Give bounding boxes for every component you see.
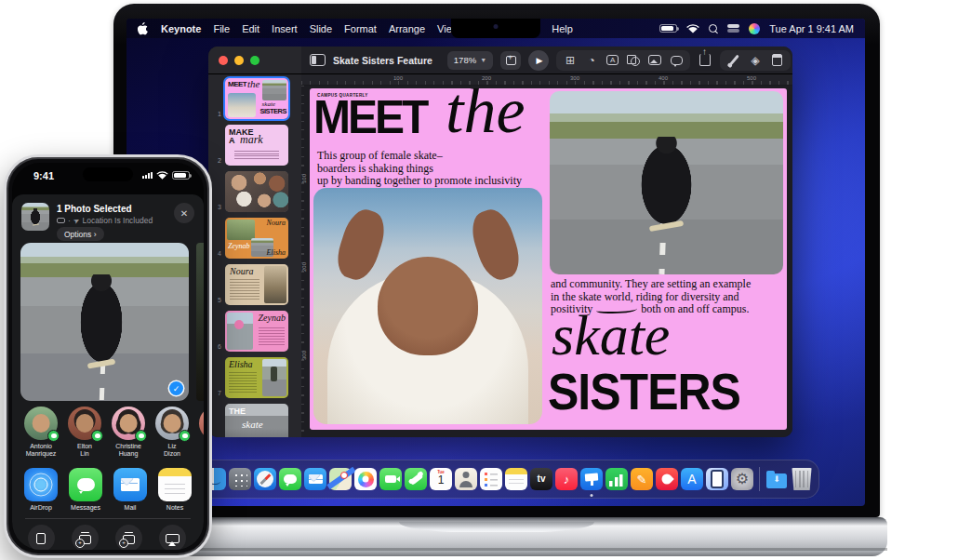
slide-photo-skater[interactable] [550,91,783,274]
maps-icon[interactable] [329,468,352,490]
messages-icon[interactable] [279,468,301,490]
document-icon[interactable] [772,54,782,66]
mail-icon[interactable] [304,468,326,490]
menu-item-slide[interactable]: Slide [310,23,332,34]
copy-button[interactable] [23,525,59,550]
rocket-icon[interactable] [656,468,678,490]
safari-icon[interactable] [254,468,276,490]
share-sheet-title: 1 Photo Selected [57,204,132,214]
control-center-icon[interactable] [727,24,739,33]
slide-thumbnail-4[interactable]: Noura Zeynab Elisha [225,218,288,259]
numbers-icon[interactable] [605,468,628,490]
face-shape [33,414,50,433]
zoom-dropdown[interactable]: 178% ▼ [447,51,493,70]
slide-headline-skate[interactable]: skate [552,302,670,368]
share-contact-elton[interactable]: EltonLin [67,407,102,464]
spotlight-icon[interactable] [709,24,718,33]
format-brush-icon[interactable] [729,55,739,66]
menu-item-format[interactable]: Format [344,23,377,34]
menu-item-file[interactable]: File [213,23,230,34]
menu-item-insert[interactable]: Insert [272,23,298,34]
settings-icon[interactable]: ⚙ [731,468,753,490]
music-icon[interactable]: ♪ [555,468,578,490]
chart-icon[interactable]: ◔ [585,54,598,67]
slide-headline-the[interactable]: the [446,88,526,148]
slide-thumbnail-7[interactable]: Elisha [225,357,288,398]
wifi-icon[interactable] [686,24,699,33]
share-contact-antonio[interactable]: AntonioManriquez [23,407,59,464]
menubar-clock[interactable]: Tue Apr 1 9:41 AM [769,23,854,34]
keynote-icon[interactable] [580,468,603,490]
share-app-mail[interactable]: Mail [113,468,148,520]
slide-thumbnail-1[interactable]: MEET the skate SISTERS [225,78,288,119]
slide-headline-sisters[interactable]: SISTERS [548,362,740,421]
slide-thumbnail-5[interactable]: Noura [225,264,288,305]
menu-item-help[interactable]: Help [552,23,573,34]
slide-thumbnail-6[interactable]: Zeynab [225,311,288,352]
notes-icon[interactable] [505,468,527,490]
text-icon[interactable]: A [606,55,619,65]
menu-item-keynote[interactable]: Keynote [161,23,201,34]
launchpad-icon[interactable] [229,468,251,490]
selected-photo-thumbnail[interactable] [21,203,49,231]
play-button[interactable]: ▶ [528,50,549,71]
slide-headline-meet[interactable]: MEET [313,96,426,138]
share-contact-liz[interactable]: LizDizon [154,407,190,464]
next-photo-edge[interactable] [196,243,204,401]
close-window-button[interactable] [219,56,228,65]
facetime-icon[interactable] [379,468,402,490]
slide-thumbnail-row: 7 Elisha [208,357,301,398]
slide-photo-portrait[interactable] [313,188,542,424]
contacts-icon[interactable] [455,468,477,490]
downloads-icon[interactable]: ⬇ [765,468,788,490]
slide-editor[interactable]: CAMPUS QUARTERLY MEET the This group of … [310,88,787,430]
animate-icon[interactable]: ◈ [749,54,762,67]
photos-icon[interactable] [354,468,377,490]
messages-badge-icon [91,430,103,442]
selected-check-badge[interactable]: ✓ [169,381,183,395]
siri-icon[interactable] [749,23,760,34]
app-store-icon[interactable]: A [681,468,703,490]
menu-item-edit[interactable]: Edit [242,23,259,34]
tv-icon[interactable]: tv [530,468,552,490]
table-icon[interactable]: ⊞ [564,54,577,67]
minimize-window-button[interactable] [234,56,244,65]
media-icon[interactable] [648,55,661,65]
calendar-icon[interactable]: Tue1 [430,468,452,490]
add-to-album-button[interactable] [67,525,102,550]
slide-thumbnail-8[interactable]: THE skate [225,404,288,437]
action-circle [72,525,99,550]
shape-icon[interactable] [627,55,640,66]
selected-photo[interactable]: ✓ [20,243,189,401]
pages-icon[interactable]: ✎ [631,468,653,490]
battery-icon[interactable] [659,24,677,33]
slide-intro-text[interactable]: This group of female skate– boarders is … [317,150,561,188]
add-slide-button[interactable] [500,51,521,70]
share-app-messages[interactable]: Messages [68,468,103,520]
iphone-mirroring-icon[interactable] [706,468,728,490]
add-to-shared-album-button[interactable] [111,525,146,550]
airplay-button[interactable] [154,525,190,550]
horizontal-ruler: 100200300400500 [301,74,792,86]
apple-menu-icon[interactable] [138,22,149,35]
options-button[interactable]: Options › [57,227,104,241]
share-app-airdrop[interactable]: AirDrop [23,468,59,520]
zoom-window-button[interactable] [250,56,259,65]
share-contact-christine[interactable]: ChristineHuang [111,407,146,464]
share-app-notes[interactable]: Notes [157,468,193,520]
share-icon[interactable] [699,54,711,66]
reminders-icon[interactable] [480,468,502,490]
menu-item-arrange[interactable]: Arrange [389,23,425,34]
trash-icon[interactable] [791,468,813,490]
keynote-window: Skate Sisters Feature 178% ▼ ▶ ⊞ ◔ A [208,47,792,437]
share-contact-partial[interactable] [198,407,204,464]
slide-thumbnail-3[interactable] [225,171,288,212]
window-controls [208,47,301,73]
phone-icon[interactable] [405,468,427,490]
close-button[interactable]: ✕ [174,203,194,223]
share-contacts-row: AntonioManriquezEltonLinChristineHuangLi… [12,407,204,464]
slide-thumbnail-2[interactable]: MAKE A mark [225,125,288,166]
comment-icon[interactable] [671,56,683,65]
chevron-down-icon: ▼ [480,57,486,63]
view-sidebar-icon[interactable] [310,54,326,66]
